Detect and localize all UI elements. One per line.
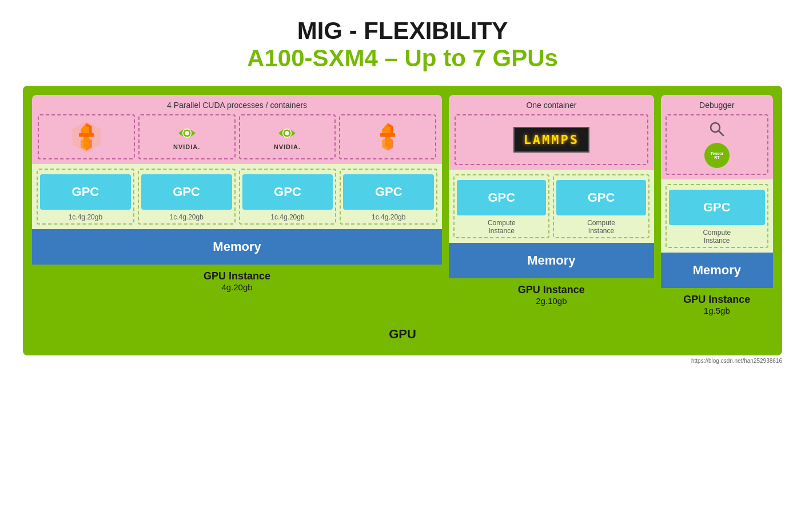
nvidia-logo-1: NVIDIA. bbox=[173, 124, 200, 150]
app-box-tf1 bbox=[38, 114, 135, 159]
main-diagram: 4 Parallel CUDA processes / containers bbox=[23, 86, 782, 355]
gpc-slot-3: GPC 1c.4g.20gb bbox=[239, 169, 337, 225]
memory-bar-2g: Memory bbox=[449, 243, 654, 278]
gpc-box-1: GPC bbox=[40, 174, 131, 210]
gpc-box-7: GPC bbox=[669, 190, 765, 225]
tf-icon-1 bbox=[72, 121, 101, 153]
debugger-content: TensorRT bbox=[665, 114, 768, 175]
gpc-slot-7: GPC ComputeInstance bbox=[665, 184, 768, 248]
app-container-4g: 4 Parallel CUDA processes / containers bbox=[32, 95, 442, 164]
debugger-label: Debugger bbox=[665, 101, 768, 110]
nvidia-logo-2: NVIDIA. bbox=[274, 124, 301, 150]
search-icon bbox=[709, 121, 725, 137]
gpu-label: GPU bbox=[389, 327, 416, 341]
app-container-label-4g: 4 Parallel CUDA processes / containers bbox=[38, 101, 436, 110]
gpc-slot-6: GPC ComputeInstance bbox=[553, 174, 649, 238]
gpc-label-7: ComputeInstance bbox=[703, 229, 731, 245]
gpu-instance-sub-2g: 2g.10gb bbox=[449, 296, 654, 306]
instances-row: 4 Parallel CUDA processes / containers bbox=[32, 95, 773, 320]
title-line2: A100-SXM4 – Up to 7 GPUs bbox=[247, 45, 558, 72]
svg-rect-2 bbox=[79, 133, 94, 137]
gpc-row-2g: GPC ComputeInstance GPC ComputeInstance bbox=[453, 174, 649, 238]
gpu-footer: GPU bbox=[389, 327, 416, 342]
compute-area-4g: GPC 1c.4g.20gb GPC 1c.4g.20gb GPC 1c.4g.… bbox=[32, 164, 442, 229]
gpu-instance-2g: One container LAMMPS GPC ComputeInstance… bbox=[449, 95, 654, 320]
app-container-label-2g: One container bbox=[455, 101, 648, 110]
gpc-box-4: GPC bbox=[343, 174, 434, 210]
url-text: https://blog.csdn.net/han252938616 bbox=[23, 358, 782, 364]
app-box-tf2 bbox=[339, 114, 436, 159]
memory-bar-1g: Memory bbox=[661, 253, 773, 288]
page-title: MIG - FLEXIBILITY A100-SXM4 – Up to 7 GP… bbox=[247, 17, 558, 72]
gpc-slot-4: GPC 1c.4g.20gb bbox=[340, 169, 437, 225]
gpu-instance-sub-4g: 4g.20gb bbox=[32, 282, 442, 292]
gpu-instance-1g: Debugger TensorRT GPC Compute bbox=[661, 95, 773, 320]
apps-row-2g: LAMMPS bbox=[455, 114, 648, 165]
svg-point-6 bbox=[285, 131, 289, 135]
gpu-instance-main-1g: GPU Instance bbox=[661, 294, 773, 306]
gpc-label-4: 1c.4g.20gb bbox=[372, 213, 405, 221]
nvidia-eye-icon-2 bbox=[274, 124, 300, 142]
gpu-instance-4g: 4 Parallel CUDA processes / containers bbox=[32, 95, 442, 320]
app-box-lammps: LAMMPS bbox=[455, 114, 648, 165]
title-line1: MIG - FLEXIBILITY bbox=[247, 17, 558, 45]
nvidia-text-2: NVIDIA. bbox=[274, 143, 301, 150]
gpc-slot-5: GPC ComputeInstance bbox=[453, 174, 549, 238]
gpc-label-5: ComputeInstance bbox=[488, 219, 516, 235]
gpc-label-2: 1c.4g.20gb bbox=[169, 213, 203, 221]
debugger-container: Debugger TensorRT bbox=[661, 95, 773, 179]
gpc-slot-2: GPC 1c.4g.20gb bbox=[138, 169, 236, 225]
compute-area-2g: GPC ComputeInstance GPC ComputeInstance bbox=[449, 170, 654, 243]
search-wrapper bbox=[709, 121, 725, 139]
lammps-display: LAMMPS bbox=[513, 127, 589, 153]
gpc-box-2: GPC bbox=[141, 174, 232, 210]
gpc-slot-1: GPC 1c.4g.20gb bbox=[37, 169, 134, 225]
compute-area-1g: GPC ComputeInstance bbox=[661, 179, 773, 253]
gpc-label-6: ComputeInstance bbox=[587, 219, 615, 235]
gpu-instance-label-1g: GPU Instance 1g.5gb bbox=[661, 288, 773, 320]
gpu-instance-label-4g: GPU Instance 4g.20gb bbox=[32, 265, 442, 297]
app-box-nvidia1: NVIDIA. bbox=[138, 114, 236, 159]
svg-point-4 bbox=[185, 131, 189, 135]
app-box-nvidia2: NVIDIA. bbox=[239, 114, 336, 159]
nvidia-eye-icon-1 bbox=[174, 124, 200, 142]
svg-line-10 bbox=[719, 131, 723, 135]
nvidia-text-1: NVIDIA. bbox=[173, 143, 200, 150]
gpu-instance-main-4g: GPU Instance bbox=[32, 270, 442, 282]
tensorrt-badge: TensorRT bbox=[704, 143, 730, 168]
app-container-2g: One container LAMMPS bbox=[449, 95, 654, 170]
gpc-label-1: 1c.4g.20gb bbox=[69, 213, 102, 221]
gpc-row-1g: GPC ComputeInstance bbox=[665, 184, 768, 248]
gpu-instance-label-2g: GPU Instance 2g.10gb bbox=[449, 278, 654, 310]
gpc-row-4g: GPC 1c.4g.20gb GPC 1c.4g.20gb GPC 1c.4g.… bbox=[37, 169, 437, 225]
gpc-box-5: GPC bbox=[457, 180, 546, 215]
gpu-instance-sub-1g: 1g.5gb bbox=[661, 306, 773, 315]
memory-bar-4g: Memory bbox=[32, 229, 442, 265]
svg-rect-8 bbox=[380, 133, 395, 137]
gpc-box-6: GPC bbox=[556, 180, 645, 215]
apps-row-4g: NVIDIA. NVIDIA. bbox=[38, 114, 436, 159]
tf-icon-2 bbox=[373, 121, 402, 153]
gpc-label-3: 1c.4g.20gb bbox=[270, 213, 304, 221]
gpc-box-3: GPC bbox=[242, 174, 333, 210]
gpu-instance-main-2g: GPU Instance bbox=[449, 284, 654, 296]
